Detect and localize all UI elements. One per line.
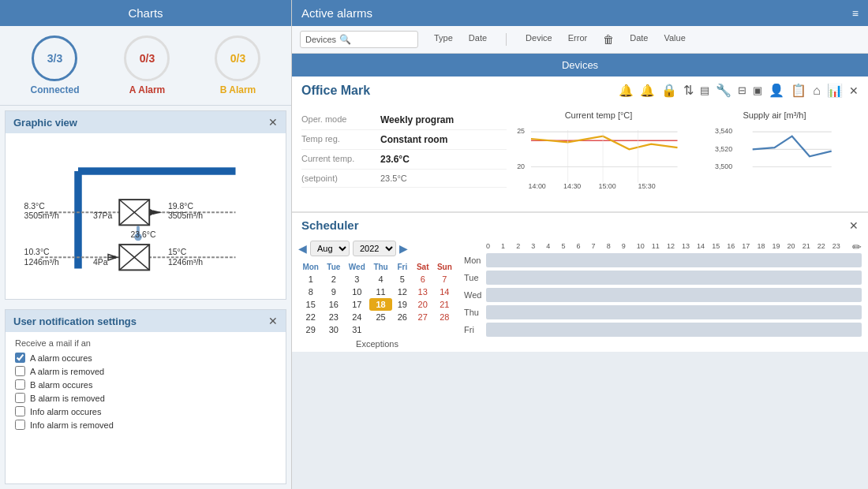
cal-month-select[interactable]: Aug — [310, 241, 350, 256]
notif-check-6[interactable] — [15, 420, 25, 430]
cal-day[interactable]: 31 — [344, 323, 369, 336]
status-alarm-b[interactable]: 0/3 B Alarm — [215, 35, 260, 95]
search-icon: 🔍 — [339, 34, 351, 45]
cal-day[interactable]: 23 — [323, 311, 344, 323]
clipboard-icon[interactable]: 📋 — [791, 83, 806, 98]
cal-day[interactable]: 13 — [413, 286, 433, 298]
cal-day[interactable]: 26 — [392, 311, 413, 323]
cal-day[interactable] — [413, 323, 433, 336]
cal-day[interactable]: 20 — [413, 298, 433, 311]
cal-day[interactable]: 28 — [433, 311, 456, 323]
cal-day[interactable]: 18 — [369, 298, 392, 311]
alarm-b-badge: 0/3 — [215, 35, 260, 81]
cal-day[interactable] — [392, 323, 413, 336]
sched-row-thu: Thu — [464, 305, 862, 319]
cal-day[interactable]: 12 — [392, 286, 413, 298]
cal-day[interactable]: 21 — [433, 298, 456, 311]
graphic-view-close[interactable]: ✕ — [268, 116, 278, 129]
col-date-1: Date — [469, 33, 487, 46]
office-mark-close[interactable]: ✕ — [849, 84, 859, 97]
bell-icon[interactable]: 🔔 — [619, 84, 634, 98]
cal-day[interactable]: 3 — [344, 273, 369, 286]
cal-day[interactable]: 30 — [323, 323, 344, 336]
bell-yellow-icon[interactable]: 🔔 — [640, 84, 655, 98]
notif-check-1[interactable] — [15, 353, 25, 363]
devices-section-header: Devices — [292, 54, 868, 77]
cal-day[interactable]: 14 — [433, 286, 456, 298]
svg-text:15:30: 15:30 — [638, 182, 656, 190]
cal-day[interactable]: 24 — [344, 311, 369, 323]
sliders-icon[interactable]: ⊟ — [738, 84, 746, 96]
notif-item-6: Info alarm is removed — [15, 420, 276, 430]
sched-edit-icon[interactable]: ✏ — [852, 241, 862, 253]
cal-day[interactable] — [433, 323, 456, 336]
svg-text:10.3°C: 10.3°C — [24, 248, 50, 256]
cal-day[interactable]: 7 — [433, 273, 456, 286]
search-input[interactable] — [354, 35, 402, 44]
status-alarm-a[interactable]: 0/3 A Alarm — [124, 35, 170, 95]
scheduler-body: ◀ Aug 2022 ▶ Mon Tue — [292, 237, 868, 352]
cal-day[interactable]: 8 — [298, 286, 323, 298]
cal-day[interactable] — [369, 323, 392, 336]
svg-text:3505m³/h: 3505m³/h — [24, 211, 59, 220]
alarms-header: Active alarms ≡ — [292, 0, 868, 26]
devices-search[interactable]: Devices 🔍 — [300, 31, 418, 48]
cal-day[interactable]: 22 — [298, 311, 323, 323]
notif-check-5[interactable] — [15, 406, 25, 416]
col-tue: Tue — [323, 261, 344, 273]
connected-badge: 3/3 — [32, 35, 77, 81]
cal-day[interactable]: 2 — [323, 273, 344, 286]
cal-day[interactable]: 4 — [369, 273, 392, 286]
svg-text:3505m³/h: 3505m³/h — [168, 211, 203, 220]
cal-day[interactable]: 17 — [344, 298, 369, 311]
list-icon[interactable]: ▤ — [700, 84, 709, 96]
cal-year-select[interactable]: 2022 — [353, 241, 396, 256]
notif-label-5: Info alarm occures — [30, 407, 101, 416]
notification-panel: User notification settings ✕ Receive a m… — [5, 309, 286, 484]
wrench-icon[interactable]: 🔧 — [716, 83, 731, 98]
cal-day[interactable]: 11 — [369, 286, 392, 298]
info-temp-reg: Temp reg. Constant room — [301, 130, 507, 150]
filter-icon[interactable]: ≡ — [852, 7, 859, 20]
transfer-icon[interactable]: ⇅ — [683, 83, 694, 98]
office-mark-body: Oper. mode Weekly program Temp reg. Cons… — [292, 104, 868, 211]
devices-section: Devices Office Mark 🔔 🔔 🔒 ⇅ ▤ 🔧 ⊟ ▣ 👤 📋 … — [292, 54, 868, 489]
col-thu: Thu — [369, 261, 392, 273]
cal-day[interactable]: 25 — [369, 311, 392, 323]
supply-chart-title: Supply air [m³/h] — [690, 110, 859, 120]
cal-day[interactable]: 15 — [298, 298, 323, 311]
person-icon[interactable]: 👤 — [769, 83, 784, 98]
cal-day[interactable]: 1 — [298, 273, 323, 286]
lock-icon[interactable]: 🔒 — [661, 83, 677, 98]
cal-day[interactable]: 27 — [413, 311, 433, 323]
notif-check-2[interactable] — [15, 366, 25, 376]
notif-check-4[interactable] — [15, 393, 25, 403]
status-connected[interactable]: 3/3 Connected — [30, 35, 79, 95]
notification-close[interactable]: ✕ — [268, 315, 278, 327]
cal-day[interactable]: 29 — [298, 323, 323, 336]
left-panel: Charts 3/3 Connected 0/3 A Alarm 0/3 B A… — [0, 0, 292, 489]
notif-check-3[interactable] — [15, 379, 25, 390]
scheduler-close[interactable]: ✕ — [849, 219, 859, 232]
alarms-table-header: Devices 🔍 Type Date Device Error 🗑 Date … — [292, 26, 868, 54]
cal-day[interactable]: 19 — [392, 298, 413, 311]
office-info: Oper. mode Weekly program Temp reg. Cons… — [301, 110, 507, 202]
bar-chart-icon[interactable]: 📊 — [827, 83, 843, 98]
svg-text:20: 20 — [517, 162, 525, 170]
server-icon[interactable]: ▣ — [753, 84, 762, 96]
current-temp-label: Current temp. — [301, 154, 380, 163]
cal-day[interactable]: 9 — [323, 286, 344, 298]
home-icon[interactable]: ⌂ — [813, 84, 821, 98]
sched-day-fri: Fri — [464, 325, 486, 334]
cal-day[interactable]: 10 — [344, 286, 369, 298]
cal-day[interactable]: 6 — [413, 273, 433, 286]
sched-row-mon: Mon — [464, 253, 862, 267]
cal-day[interactable]: 5 — [392, 273, 413, 286]
diagram-svg: 8.3°C 3505m³/h 19.8°C 3505m³/h 37Pa 23.6… — [13, 141, 278, 291]
sched-bar-tue — [486, 271, 862, 285]
cal-day[interactable]: 16 — [323, 298, 344, 311]
cal-prev-arrow[interactable]: ◀ — [298, 242, 307, 255]
office-mark-icons: 🔔 🔔 🔒 ⇅ ▤ 🔧 ⊟ ▣ 👤 📋 ⌂ 📊 ✕ — [619, 83, 859, 98]
col-trash-icon[interactable]: 🗑 — [603, 33, 614, 46]
cal-next-arrow[interactable]: ▶ — [399, 242, 408, 255]
